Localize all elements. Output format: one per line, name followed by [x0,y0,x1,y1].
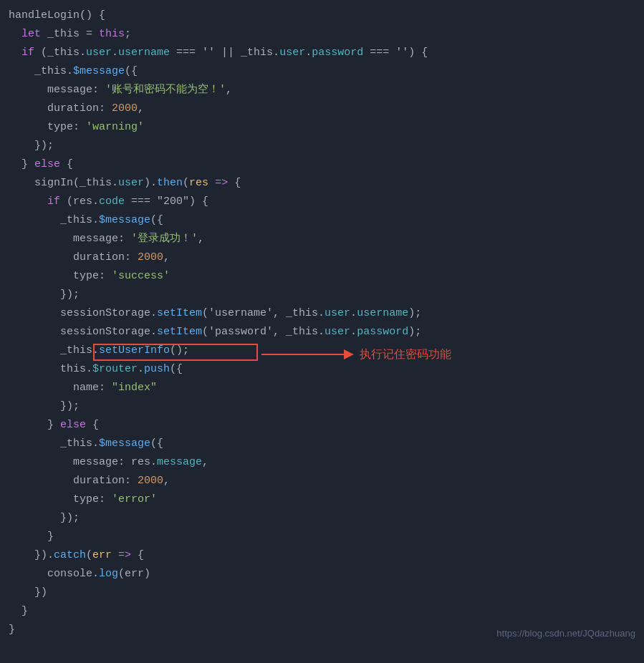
code-line: _this.$message({ [0,63,644,82]
line-content: let _this = this; [0,26,644,43]
code-line: } else { [0,156,644,175]
code-line: message: '账号和密码不能为空！', [0,82,644,100]
source-url: https://blog.csdn.net/JQdazhuang [496,626,635,642]
code-line: }); [0,398,644,417]
code-line: type: 'warning' [0,119,644,137]
code-line: duration: 2000, [0,249,644,268]
line-content: duration: 2000, [0,473,644,490]
line-content: _this.$message({ [0,63,644,80]
line-content: signIn(_this.user).then(res => { [0,175,644,192]
line-content: sessionStorage.setItem('username', _this… [0,305,644,322]
line-content: }); [0,510,644,527]
line-content: if (_this.user.username === '' || _this.… [0,44,644,62]
code-line: } else { [0,417,644,435]
line-content: if (res.code === "200") { [0,193,644,210]
code-line: handleLogin() { [0,7,644,26]
code-line: _this.$message({ [0,212,644,231]
line-content: }); [0,398,644,415]
line-content: type: 'success' [0,268,644,285]
line-content: type: 'warning' [0,119,644,136]
line-content: _this.$message({ [0,435,644,453]
line-content: this.$router.push({ [0,361,644,378]
line-content: }).catch(err => { [0,547,644,564]
code-line: type: 'success' [0,268,644,286]
line-content: name: "index" [0,379,644,397]
line-content: message: '账号和密码不能为空！', [0,82,644,99]
code-line: sessionStorage.setItem('password', _this… [0,324,644,342]
code-line: let _this = this; [0,26,644,44]
code-line: if (_this.user.username === '' || _this.… [0,44,644,63]
code-line: duration: 2000, [0,100,644,119]
code-line: duration: 2000, [0,473,644,491]
line-content: }); [0,286,644,304]
line-content: type: 'error' [0,491,644,508]
line-content: message: '登录成功！', [0,231,644,248]
line-content: }); [0,137,644,155]
code-line: sessionStorage.setItem('username', _this… [0,305,644,324]
line-content: } else { [0,417,644,434]
line-content: } [0,528,644,546]
code-line: name: "index" [0,379,644,398]
code-line: if (res.code === "200") { [0,193,644,212]
line-content: } else { [0,156,644,173]
code-line: }); [0,286,644,305]
line-content: duration: 2000, [0,249,644,266]
code-line: }) [0,584,644,603]
line-content: }) [0,584,644,601]
code-line: _this.setUserInfo();执行记住密码功能 [0,342,644,361]
code-line: message: res.message, [0,454,644,473]
code-line: } [0,603,644,621]
code-line: }); [0,510,644,528]
code-line: this.$router.push({ [0,361,644,379]
code-line: }); [0,137,644,156]
line-content: _this.$message({ [0,212,644,229]
line-content: console.log(err) [0,566,644,583]
code-line: _this.$message({ [0,435,644,454]
code-line: type: 'error' [0,491,644,510]
line-content: duration: 2000, [0,100,644,117]
code-block: handleLogin() { let _this = this; if (_t… [0,0,644,647]
line-content: message: res.message, [0,454,644,471]
line-content: handleLogin() { [0,7,644,24]
line-content: sessionStorage.setItem('password', _this… [0,324,644,341]
code-line: } [0,528,644,547]
code-line: }).catch(err => { [0,547,644,566]
code-line: signIn(_this.user).then(res => { [0,175,644,193]
code-line: console.log(err) [0,566,644,584]
line-content: _this.setUserInfo(); [0,342,644,359]
code-line: message: '登录成功！', [0,231,644,249]
line-content: } [0,603,644,620]
